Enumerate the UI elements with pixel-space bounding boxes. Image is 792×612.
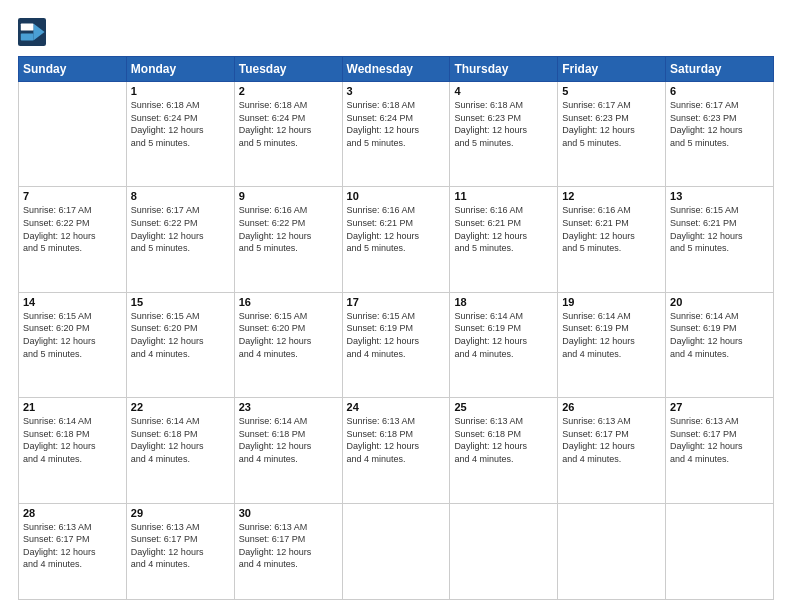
day-number: 29 [131, 507, 230, 519]
calendar-cell: 21Sunrise: 6:14 AM Sunset: 6:18 PM Dayli… [19, 398, 127, 503]
calendar-cell: 22Sunrise: 6:14 AM Sunset: 6:18 PM Dayli… [126, 398, 234, 503]
day-info: Sunrise: 6:13 AM Sunset: 6:17 PM Dayligh… [131, 521, 230, 571]
calendar-week-row: 14Sunrise: 6:15 AM Sunset: 6:20 PM Dayli… [19, 292, 774, 397]
day-number: 17 [347, 296, 446, 308]
calendar-cell: 11Sunrise: 6:16 AM Sunset: 6:21 PM Dayli… [450, 187, 558, 292]
calendar-cell: 10Sunrise: 6:16 AM Sunset: 6:21 PM Dayli… [342, 187, 450, 292]
day-number: 21 [23, 401, 122, 413]
calendar-cell: 2Sunrise: 6:18 AM Sunset: 6:24 PM Daylig… [234, 82, 342, 187]
day-info: Sunrise: 6:14 AM Sunset: 6:18 PM Dayligh… [239, 415, 338, 465]
day-number: 5 [562, 85, 661, 97]
day-info: Sunrise: 6:14 AM Sunset: 6:18 PM Dayligh… [131, 415, 230, 465]
calendar-cell: 13Sunrise: 6:15 AM Sunset: 6:21 PM Dayli… [666, 187, 774, 292]
calendar-cell [19, 82, 127, 187]
calendar-cell: 24Sunrise: 6:13 AM Sunset: 6:18 PM Dayli… [342, 398, 450, 503]
calendar-cell: 23Sunrise: 6:14 AM Sunset: 6:18 PM Dayli… [234, 398, 342, 503]
day-info: Sunrise: 6:16 AM Sunset: 6:21 PM Dayligh… [562, 204, 661, 254]
day-header-friday: Friday [558, 57, 666, 82]
day-info: Sunrise: 6:17 AM Sunset: 6:23 PM Dayligh… [562, 99, 661, 149]
day-header-thursday: Thursday [450, 57, 558, 82]
day-info: Sunrise: 6:13 AM Sunset: 6:17 PM Dayligh… [562, 415, 661, 465]
day-number: 14 [23, 296, 122, 308]
day-number: 30 [239, 507, 338, 519]
day-number: 28 [23, 507, 122, 519]
day-info: Sunrise: 6:18 AM Sunset: 6:24 PM Dayligh… [131, 99, 230, 149]
day-info: Sunrise: 6:14 AM Sunset: 6:19 PM Dayligh… [454, 310, 553, 360]
logo [18, 18, 50, 46]
day-number: 27 [670, 401, 769, 413]
calendar-cell: 30Sunrise: 6:13 AM Sunset: 6:17 PM Dayli… [234, 503, 342, 600]
day-number: 23 [239, 401, 338, 413]
calendar-cell: 27Sunrise: 6:13 AM Sunset: 6:17 PM Dayli… [666, 398, 774, 503]
calendar-cell: 15Sunrise: 6:15 AM Sunset: 6:20 PM Dayli… [126, 292, 234, 397]
day-info: Sunrise: 6:13 AM Sunset: 6:17 PM Dayligh… [239, 521, 338, 571]
day-number: 18 [454, 296, 553, 308]
day-number: 7 [23, 190, 122, 202]
day-info: Sunrise: 6:18 AM Sunset: 6:24 PM Dayligh… [347, 99, 446, 149]
calendar-cell: 6Sunrise: 6:17 AM Sunset: 6:23 PM Daylig… [666, 82, 774, 187]
day-info: Sunrise: 6:17 AM Sunset: 6:23 PM Dayligh… [670, 99, 769, 149]
day-number: 25 [454, 401, 553, 413]
day-header-saturday: Saturday [666, 57, 774, 82]
day-info: Sunrise: 6:16 AM Sunset: 6:22 PM Dayligh… [239, 204, 338, 254]
calendar-cell: 28Sunrise: 6:13 AM Sunset: 6:17 PM Dayli… [19, 503, 127, 600]
calendar-week-row: 1Sunrise: 6:18 AM Sunset: 6:24 PM Daylig… [19, 82, 774, 187]
day-info: Sunrise: 6:14 AM Sunset: 6:19 PM Dayligh… [562, 310, 661, 360]
calendar-cell [450, 503, 558, 600]
day-info: Sunrise: 6:15 AM Sunset: 6:20 PM Dayligh… [131, 310, 230, 360]
day-info: Sunrise: 6:16 AM Sunset: 6:21 PM Dayligh… [454, 204, 553, 254]
day-number: 13 [670, 190, 769, 202]
calendar-cell: 25Sunrise: 6:13 AM Sunset: 6:18 PM Dayli… [450, 398, 558, 503]
day-number: 15 [131, 296, 230, 308]
day-info: Sunrise: 6:14 AM Sunset: 6:18 PM Dayligh… [23, 415, 122, 465]
day-info: Sunrise: 6:15 AM Sunset: 6:20 PM Dayligh… [239, 310, 338, 360]
day-info: Sunrise: 6:17 AM Sunset: 6:22 PM Dayligh… [131, 204, 230, 254]
svg-rect-2 [21, 24, 34, 31]
calendar-week-row: 7Sunrise: 6:17 AM Sunset: 6:22 PM Daylig… [19, 187, 774, 292]
calendar-cell: 18Sunrise: 6:14 AM Sunset: 6:19 PM Dayli… [450, 292, 558, 397]
day-header-monday: Monday [126, 57, 234, 82]
day-number: 24 [347, 401, 446, 413]
day-number: 20 [670, 296, 769, 308]
calendar-cell: 17Sunrise: 6:15 AM Sunset: 6:19 PM Dayli… [342, 292, 450, 397]
calendar-cell: 26Sunrise: 6:13 AM Sunset: 6:17 PM Dayli… [558, 398, 666, 503]
day-number: 11 [454, 190, 553, 202]
day-number: 19 [562, 296, 661, 308]
svg-rect-3 [21, 33, 34, 40]
day-header-tuesday: Tuesday [234, 57, 342, 82]
calendar-cell [558, 503, 666, 600]
day-number: 1 [131, 85, 230, 97]
calendar-cell [666, 503, 774, 600]
day-number: 12 [562, 190, 661, 202]
day-number: 22 [131, 401, 230, 413]
calendar-table: SundayMondayTuesdayWednesdayThursdayFrid… [18, 56, 774, 600]
day-info: Sunrise: 6:17 AM Sunset: 6:22 PM Dayligh… [23, 204, 122, 254]
calendar-cell: 5Sunrise: 6:17 AM Sunset: 6:23 PM Daylig… [558, 82, 666, 187]
day-info: Sunrise: 6:13 AM Sunset: 6:17 PM Dayligh… [23, 521, 122, 571]
calendar-header-row: SundayMondayTuesdayWednesdayThursdayFrid… [19, 57, 774, 82]
day-info: Sunrise: 6:14 AM Sunset: 6:19 PM Dayligh… [670, 310, 769, 360]
day-info: Sunrise: 6:18 AM Sunset: 6:24 PM Dayligh… [239, 99, 338, 149]
calendar-cell: 29Sunrise: 6:13 AM Sunset: 6:17 PM Dayli… [126, 503, 234, 600]
day-info: Sunrise: 6:13 AM Sunset: 6:17 PM Dayligh… [670, 415, 769, 465]
day-info: Sunrise: 6:13 AM Sunset: 6:18 PM Dayligh… [347, 415, 446, 465]
calendar-cell: 7Sunrise: 6:17 AM Sunset: 6:22 PM Daylig… [19, 187, 127, 292]
page: SundayMondayTuesdayWednesdayThursdayFrid… [0, 0, 792, 612]
calendar-week-row: 21Sunrise: 6:14 AM Sunset: 6:18 PM Dayli… [19, 398, 774, 503]
calendar-week-row: 28Sunrise: 6:13 AM Sunset: 6:17 PM Dayli… [19, 503, 774, 600]
day-info: Sunrise: 6:18 AM Sunset: 6:23 PM Dayligh… [454, 99, 553, 149]
calendar-cell: 12Sunrise: 6:16 AM Sunset: 6:21 PM Dayli… [558, 187, 666, 292]
calendar-cell: 8Sunrise: 6:17 AM Sunset: 6:22 PM Daylig… [126, 187, 234, 292]
day-number: 3 [347, 85, 446, 97]
day-number: 26 [562, 401, 661, 413]
calendar-cell: 4Sunrise: 6:18 AM Sunset: 6:23 PM Daylig… [450, 82, 558, 187]
day-info: Sunrise: 6:15 AM Sunset: 6:21 PM Dayligh… [670, 204, 769, 254]
calendar-cell: 3Sunrise: 6:18 AM Sunset: 6:24 PM Daylig… [342, 82, 450, 187]
header [18, 18, 774, 46]
calendar-cell: 14Sunrise: 6:15 AM Sunset: 6:20 PM Dayli… [19, 292, 127, 397]
calendar-cell: 16Sunrise: 6:15 AM Sunset: 6:20 PM Dayli… [234, 292, 342, 397]
calendar-cell: 19Sunrise: 6:14 AM Sunset: 6:19 PM Dayli… [558, 292, 666, 397]
logo-icon [18, 18, 46, 46]
day-number: 8 [131, 190, 230, 202]
day-number: 9 [239, 190, 338, 202]
